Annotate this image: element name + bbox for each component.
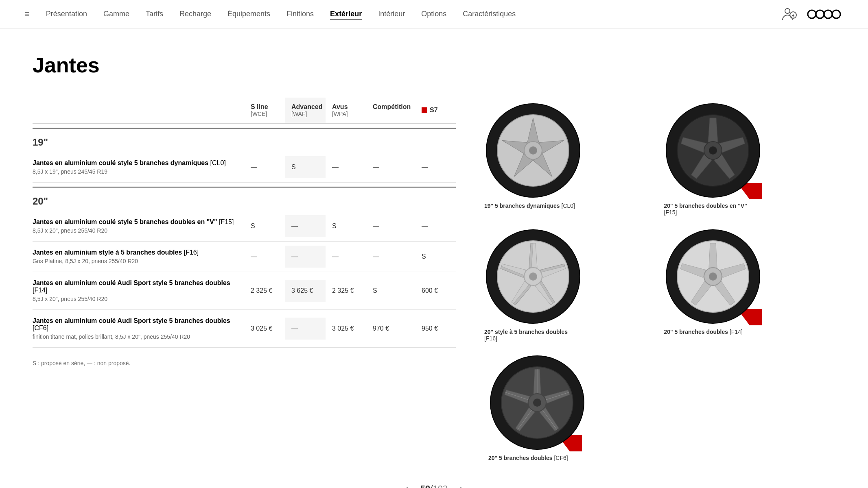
- table-row: Jantes en aluminium coulé Audi Sport sty…: [33, 272, 456, 310]
- cell-cf6-competition: 970 €: [366, 318, 415, 340]
- cell-f14-competition: S: [366, 280, 415, 302]
- row-title-f14: Jantes en aluminium coulé Audi Sport sty…: [33, 279, 230, 286]
- col-header-s7: S7: [415, 98, 456, 124]
- row-code-f15: [F15]: [219, 218, 234, 225]
- cell-f14-s7: 600 €: [415, 280, 456, 302]
- row-sub-f14: 8,5J x 20", pneus 255/40 R20: [33, 296, 244, 302]
- wheel-img-f14: [664, 228, 762, 325]
- col-sub-sline: [WCE]: [251, 111, 278, 117]
- user-icon[interactable]: [781, 5, 799, 23]
- col-header-avus: Avus [WPA]: [326, 98, 366, 124]
- row-title-cl0: Jantes en aluminium coulé style 5 branch…: [33, 159, 208, 166]
- cell-f15-advanced: —: [285, 215, 326, 237]
- nav-links: Présentation Gamme Tarifs Recharge Équip…: [46, 10, 781, 18]
- row-label-f14: Jantes en aluminium coulé Audi Sport sty…: [33, 272, 244, 309]
- cell-cl0-advanced: S: [285, 156, 326, 178]
- cell-cl0-competition: —: [366, 156, 415, 178]
- row-title-f15: Jantes en aluminium coulé style 5 branch…: [33, 218, 217, 225]
- nav-finitions[interactable]: Finitions: [286, 10, 314, 18]
- row-sub-cf6: finition titane mat, polies brillant, 8,…: [33, 333, 244, 340]
- wheel-label-cf6: 20" 5 branches doubles [CF6]: [488, 455, 568, 461]
- hamburger-menu[interactable]: ≡: [24, 9, 30, 20]
- row-title-f16: Jantes en aluminium style à 5 branches d…: [33, 249, 182, 256]
- svg-point-3: [808, 10, 816, 18]
- cell-f14-sline: 2 325 €: [244, 280, 285, 302]
- row-sub-f15: 8,5J x 20", pneus 255/40 R20: [33, 227, 244, 234]
- wheel-label-cl0: 19" 5 branches dynamiques [CL0]: [484, 203, 575, 209]
- nav-tarifs[interactable]: Tarifs: [146, 10, 163, 18]
- cell-cl0-avus: —: [326, 156, 366, 178]
- navigation: ≡ Présentation Gamme Tarifs Recharge Équ…: [0, 0, 868, 28]
- col-header-sline: S line [WCE]: [244, 98, 285, 124]
- cell-cl0-sline: —: [244, 156, 285, 178]
- col-label-advanced: Advanced: [291, 103, 319, 111]
- cell-f14-advanced: 3 625 €: [285, 280, 326, 302]
- svg-point-64: [533, 399, 541, 407]
- current-page: 59: [420, 484, 430, 488]
- row-label-f15: Jantes en aluminium coulé style 5 branch…: [33, 211, 244, 241]
- col-header-competition: Compétition: [366, 98, 415, 124]
- cell-f16-competition: —: [366, 246, 415, 268]
- col-header-advanced: Advanced [WAF]: [285, 98, 326, 124]
- row-code-cl0: [CL0]: [210, 159, 226, 166]
- wheel-item-f15: 20" 5 branches doubles en "V" [F15]: [660, 98, 836, 220]
- nav-equipements[interactable]: Équipements: [227, 10, 270, 18]
- nav-interieur[interactable]: Intérieur: [378, 10, 405, 18]
- row-code-cf6: [CF6]: [33, 325, 48, 331]
- table-row: Jantes en aluminium coulé style 5 branch…: [33, 211, 456, 242]
- cell-f15-sline: S: [244, 215, 285, 237]
- svg-point-0: [785, 9, 790, 13]
- row-label-cl0: Jantes en aluminium coulé style 5 branch…: [33, 152, 244, 182]
- row-title-cf6: Jantes en aluminium coulé Audi Sport sty…: [33, 317, 230, 324]
- table-row: Jantes en aluminium coulé Audi Sport sty…: [33, 310, 456, 348]
- svg-point-39: [529, 272, 537, 281]
- cell-cf6-s7: 950 €: [415, 318, 456, 340]
- col-label-avus: Avus: [332, 103, 360, 111]
- wheel-item-cf6: 20" 5 branches doubles [CF6]: [484, 350, 590, 465]
- cell-cf6-advanced: —: [285, 318, 326, 340]
- nav-recharge[interactable]: Recharge: [179, 10, 211, 18]
- svg-point-5: [824, 10, 832, 18]
- wheel-item-f16: 20" style à 5 branches doubles [F16]: [480, 224, 656, 346]
- svg-point-49: [709, 272, 717, 281]
- nav-options[interactable]: Options: [421, 10, 446, 18]
- cell-f16-s7: S: [415, 246, 456, 268]
- total-pages: 103: [433, 484, 448, 488]
- table-section: S line [WCE] Advanced [WAF] Avus [WPA] C…: [33, 98, 456, 465]
- wheel-img-cf6: [488, 354, 586, 451]
- nav-right: [781, 5, 844, 23]
- svg-point-6: [832, 10, 840, 18]
- col-sub-avus: [WPA]: [332, 111, 360, 117]
- cell-f16-avus: —: [326, 246, 366, 268]
- col-label-sline: S line: [251, 103, 278, 111]
- cell-f15-avus: S: [326, 215, 366, 237]
- svg-marker-19: [708, 118, 718, 142]
- row-sub-f16: Gris Platine, 8,5J x 20, pneus 255/40 R2…: [33, 258, 244, 264]
- cell-f15-competition: —: [366, 215, 415, 237]
- nav-gamme[interactable]: Gamme: [103, 10, 129, 18]
- svg-marker-43: [709, 243, 717, 268]
- nav-presentation[interactable]: Présentation: [46, 10, 87, 18]
- row-sub-cl0: 8,5J x 19", pneus 245/45 R19: [33, 168, 244, 175]
- svg-point-15: [529, 146, 537, 155]
- nav-caracteristiques[interactable]: Caractéristiques: [463, 10, 516, 18]
- next-page-button[interactable]: ›: [456, 481, 467, 488]
- cell-f16-advanced: —: [285, 246, 326, 268]
- page-title: Jantes: [33, 53, 835, 77]
- svg-point-25: [709, 146, 717, 155]
- nav-exterieur[interactable]: Extérieur: [330, 10, 362, 20]
- audi-logo: [807, 6, 844, 22]
- wheel-img-cl0: [484, 102, 582, 199]
- cell-f16-sline: —: [244, 246, 285, 268]
- main-content: Jantes S line [WCE] Advanced [WAF] Avus …: [0, 28, 868, 488]
- wheel-label-f15: 20" 5 branches doubles en "V" [F15]: [664, 203, 762, 216]
- row-label-f16: Jantes en aluminium style à 5 branches d…: [33, 242, 244, 272]
- cell-f15-s7: —: [415, 215, 456, 237]
- col-label-competition: Compétition: [373, 103, 409, 111]
- prev-page-button[interactable]: ‹: [401, 481, 412, 488]
- row-label-cf6: Jantes en aluminium coulé Audi Sport sty…: [33, 310, 244, 347]
- s7-red-bar: [422, 107, 427, 113]
- wheel-img-f16: [484, 228, 582, 325]
- footnote: S : proposé en série, — : non proposé.: [33, 360, 456, 366]
- col-label-s7: S7: [430, 107, 438, 114]
